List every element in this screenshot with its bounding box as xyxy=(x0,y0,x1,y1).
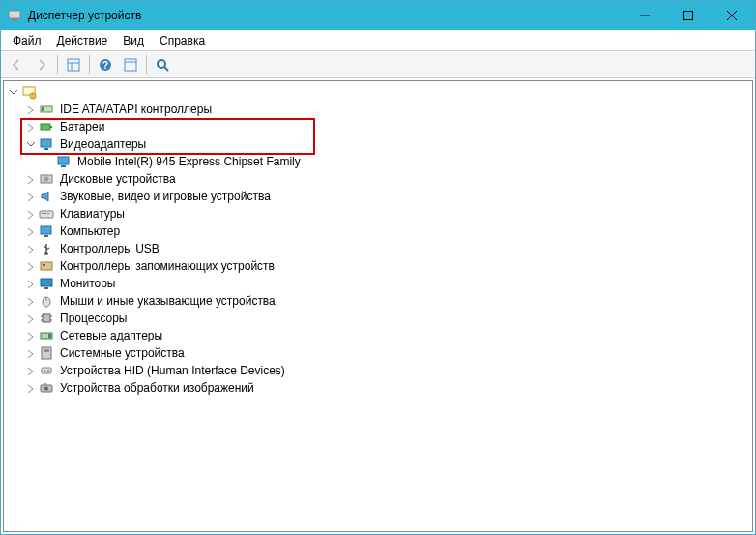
expand-icon[interactable] xyxy=(25,226,36,237)
svg-rect-51 xyxy=(42,368,51,373)
window-title: Диспетчер устройств xyxy=(28,9,623,22)
titlebar[interactable]: Диспетчер устройств xyxy=(1,1,755,30)
tree-item-label: Сетевые адаптеры xyxy=(58,329,164,342)
svg-rect-0 xyxy=(9,11,20,18)
tree-item-disk[interactable]: Дисковые устройства xyxy=(4,170,752,188)
properties-button[interactable] xyxy=(119,53,142,76)
expand-icon[interactable] xyxy=(25,313,36,324)
computer-icon xyxy=(39,223,54,239)
tree-item-label: Мониторы xyxy=(58,277,117,290)
svg-rect-37 xyxy=(43,264,45,266)
svg-rect-42 xyxy=(43,314,50,322)
tree-item-batteries[interactable]: Батареи xyxy=(4,118,752,135)
tree-item-imaging[interactable]: Устройства обработки изображений xyxy=(4,379,752,397)
tree-item-system-devices[interactable]: Системные устройства xyxy=(4,344,752,362)
tree-item-storage-controllers[interactable]: Контроллеры запоминающих устройств xyxy=(4,257,752,275)
tree-item-label: Контроллеры USB xyxy=(58,242,161,255)
tree-item-sound[interactable]: Звуковые, видео и игровые устройства xyxy=(4,188,752,205)
tree-item-display-device[interactable]: Mobile Intel(R) 945 Express Chipset Fami… xyxy=(4,153,752,170)
expand-icon[interactable] xyxy=(25,348,36,359)
menu-action[interactable]: Действие xyxy=(49,32,116,49)
minimize-button[interactable] xyxy=(623,2,666,30)
tree-root[interactable]: ! xyxy=(4,83,752,101)
monitor-icon xyxy=(39,276,54,291)
svg-rect-1 xyxy=(12,19,17,21)
svg-rect-32 xyxy=(41,226,51,234)
tree-item-processors[interactable]: Процессоры xyxy=(4,310,752,327)
tree-item-mice[interactable]: Мыши и иные указывающие устройства xyxy=(4,292,752,310)
svg-rect-22 xyxy=(41,139,51,147)
expand-icon[interactable] xyxy=(25,383,36,394)
device-tree[interactable]: ! IDE ATA/ATAPI контроллеры Батареи xyxy=(3,80,753,532)
close-button[interactable] xyxy=(710,2,753,30)
expand-icon[interactable] xyxy=(25,104,36,115)
imaging-device-icon xyxy=(39,380,54,396)
display-adapter-icon xyxy=(56,154,72,169)
tree-item-network[interactable]: Сетевые адаптеры xyxy=(4,327,752,344)
svg-rect-33 xyxy=(44,235,48,237)
toolbar: ? xyxy=(1,51,755,78)
expand-icon[interactable] xyxy=(25,279,36,289)
show-hide-tree-button[interactable] xyxy=(62,53,85,76)
expand-icon[interactable] xyxy=(25,192,36,202)
computer-icon: ! xyxy=(21,84,37,100)
svg-rect-24 xyxy=(58,157,69,164)
expand-icon[interactable] xyxy=(25,261,36,272)
tree-item-label: Дисковые устройства xyxy=(58,172,178,186)
network-adapter-icon xyxy=(39,328,54,343)
collapse-icon[interactable] xyxy=(25,139,36,150)
tree-item-ide[interactable]: IDE ATA/ATAPI контроллеры xyxy=(4,101,752,118)
menu-help[interactable]: Справка xyxy=(152,32,213,49)
toolbar-separator xyxy=(57,55,58,74)
expand-icon[interactable] xyxy=(25,209,36,220)
hid-icon xyxy=(39,363,54,378)
svg-rect-39 xyxy=(44,287,48,289)
svg-rect-31 xyxy=(47,213,49,214)
expand-icon[interactable] xyxy=(25,296,36,307)
disk-drive-icon xyxy=(39,171,54,187)
maximize-button[interactable] xyxy=(666,2,710,30)
help-button[interactable]: ? xyxy=(94,53,117,76)
svg-line-14 xyxy=(164,67,168,71)
expand-icon[interactable] xyxy=(8,87,18,98)
tree-item-usb[interactable]: Контроллеры USB xyxy=(4,240,752,257)
svg-rect-28 xyxy=(40,211,53,218)
expand-icon[interactable] xyxy=(25,174,36,185)
tree-item-label: Мыши и иные указывающие устройства xyxy=(58,294,277,308)
forward-button xyxy=(30,53,53,76)
display-adapter-icon xyxy=(39,136,54,152)
scan-hardware-button[interactable] xyxy=(151,53,174,76)
svg-point-13 xyxy=(158,60,165,68)
tree-item-label: Процессоры xyxy=(58,312,130,325)
usb-icon xyxy=(39,241,54,256)
tree-item-hid[interactable]: Устройства HID (Human Interface Devices) xyxy=(4,362,752,379)
system-device-icon xyxy=(39,345,54,361)
tree-item-label: IDE ATA/ATAPI контроллеры xyxy=(58,103,214,116)
svg-point-27 xyxy=(44,177,49,182)
tree-item-label: Клавиатуры xyxy=(58,207,127,221)
svg-point-53 xyxy=(47,370,49,372)
menu-file[interactable]: Файл xyxy=(5,32,49,49)
tree-item-monitors[interactable]: Мониторы xyxy=(4,275,752,292)
svg-rect-11 xyxy=(125,59,136,71)
svg-rect-20 xyxy=(41,124,50,130)
tree-item-computer[interactable]: Компьютер xyxy=(4,223,752,240)
mouse-icon xyxy=(39,293,54,309)
expand-icon[interactable] xyxy=(25,244,36,254)
svg-rect-49 xyxy=(42,347,51,359)
tree-item-keyboard[interactable]: Клавиатуры xyxy=(4,205,752,223)
svg-rect-21 xyxy=(50,126,52,128)
menu-view[interactable]: Вид xyxy=(115,32,152,49)
expand-icon[interactable] xyxy=(25,331,36,342)
expand-icon[interactable] xyxy=(25,122,36,133)
back-button xyxy=(5,53,28,76)
tree-item-label: Системные устройства xyxy=(58,346,187,360)
svg-point-55 xyxy=(44,387,48,391)
battery-icon xyxy=(39,119,54,134)
toolbar-separator xyxy=(89,55,90,74)
svg-rect-38 xyxy=(41,279,52,286)
svg-rect-19 xyxy=(42,107,44,111)
expand-icon[interactable] xyxy=(25,366,36,376)
keyboard-icon xyxy=(39,206,54,222)
tree-item-display-adapters[interactable]: Видеоадаптеры xyxy=(4,135,752,153)
